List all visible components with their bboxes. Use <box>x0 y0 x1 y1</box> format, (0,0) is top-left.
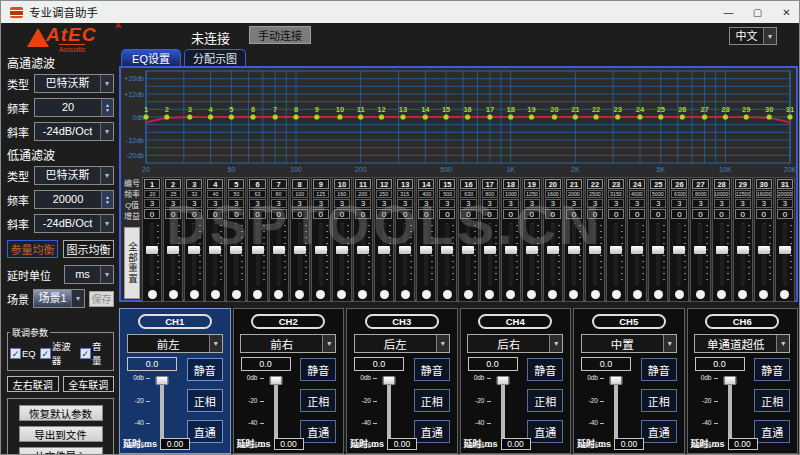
band-gain-slider[interactable] <box>692 221 708 287</box>
checkbox-filter[interactable]: ✓ <box>40 348 51 359</box>
band-q-value[interactable]: 3 <box>439 199 455 208</box>
band-gain-slider[interactable] <box>650 221 666 287</box>
hpf-slope-select[interactable]: -24dB/Oct ▾ <box>34 122 114 141</box>
band-reset-button[interactable] <box>566 288 582 300</box>
channel-id-button[interactable]: CH6 <box>705 314 779 329</box>
band-q-value[interactable]: 3 <box>629 199 645 208</box>
band-gain-value[interactable]: 0 <box>292 209 308 219</box>
band-q-value[interactable]: 3 <box>714 199 730 208</box>
band-q-value[interactable]: 3 <box>524 199 540 208</box>
band-gain-slider[interactable] <box>714 221 730 287</box>
band-q-value[interactable]: 3 <box>566 199 582 208</box>
channel-id-button[interactable]: CH4 <box>478 314 552 329</box>
band-q-value[interactable]: 3 <box>503 199 519 208</box>
band-q-value[interactable]: 3 <box>756 199 772 208</box>
through-button[interactable]: 直通 <box>414 420 450 443</box>
band-reset-button[interactable] <box>460 288 476 300</box>
phase-button[interactable]: 正相 <box>300 389 336 412</box>
through-button[interactable]: 直通 <box>527 420 563 443</box>
band-gain-slider[interactable] <box>777 221 793 287</box>
band-q-value[interactable]: 3 <box>249 199 265 208</box>
band-gain-value[interactable]: 0 <box>587 209 603 219</box>
checkbox-volume[interactable]: ✓ <box>80 348 91 359</box>
delay-input[interactable]: 0.00 <box>728 438 758 450</box>
lpf-type-select[interactable]: 巴特沃斯 ▾ <box>34 166 114 185</box>
band-reset-button[interactable] <box>397 288 413 300</box>
band-gain-slider[interactable] <box>271 221 287 287</box>
manual-connect-button[interactable]: 手动连接 <box>249 26 311 44</box>
channel-name-select[interactable]: 单通道超低▾ <box>694 334 790 353</box>
through-button[interactable]: 直通 <box>300 420 336 443</box>
band-reset-button[interactable] <box>418 288 434 300</box>
band-gain-slider[interactable] <box>629 221 645 287</box>
band-reset-button[interactable] <box>482 288 498 300</box>
band-q-value[interactable]: 3 <box>186 199 202 208</box>
phase-button[interactable]: 正相 <box>527 389 563 412</box>
band-gain-slider[interactable] <box>313 221 329 287</box>
tab-eq-settings[interactable]: EQ设置 <box>121 49 181 66</box>
mute-button[interactable]: 静音 <box>414 358 450 381</box>
band-reset-button[interactable] <box>714 288 730 300</box>
band-gain-slider[interactable] <box>186 221 202 287</box>
band-gain-value[interactable]: 0 <box>186 209 202 219</box>
band-q-value[interactable]: 3 <box>355 199 371 208</box>
band-q-value[interactable]: 3 <box>650 199 666 208</box>
band-gain-value[interactable]: 0 <box>545 209 561 219</box>
channel-name-select[interactable]: 后右▾ <box>467 334 563 353</box>
band-gain-slider[interactable] <box>355 221 371 287</box>
close-button[interactable]: ✕ <box>772 1 800 23</box>
band-gain-slider[interactable] <box>566 221 582 287</box>
band-q-value[interactable]: 3 <box>292 199 308 208</box>
band-gain-value[interactable]: 0 <box>397 209 413 219</box>
band-gain-value[interactable]: 0 <box>608 209 624 219</box>
band-gain-value[interactable]: 0 <box>566 209 582 219</box>
band-gain-value[interactable]: 0 <box>249 209 265 219</box>
band-reset-button[interactable] <box>608 288 624 300</box>
band-gain-value[interactable]: 0 <box>165 209 181 219</box>
band-reset-button[interactable] <box>735 288 751 300</box>
phase-button[interactable]: 正相 <box>187 389 223 412</box>
band-q-value[interactable]: 3 <box>692 199 708 208</box>
band-gain-value[interactable]: 0 <box>144 209 160 219</box>
band-reset-button[interactable] <box>249 288 265 300</box>
band-reset-button[interactable] <box>692 288 708 300</box>
spinner-arrows-icon[interactable]: ▲▼ <box>101 191 113 208</box>
band-reset-button[interactable] <box>207 288 223 300</box>
delay-input[interactable]: 0.00 <box>387 438 417 450</box>
band-gain-slider[interactable] <box>165 221 181 287</box>
band-reset-button[interactable] <box>503 288 519 300</box>
band-reset-button[interactable] <box>144 288 160 300</box>
band-gain-slider[interactable] <box>418 221 434 287</box>
band-q-value[interactable]: 3 <box>397 199 413 208</box>
channel-name-select[interactable]: 后左▾ <box>354 334 450 353</box>
parametric-eq-button[interactable]: 参量均衡 <box>7 240 58 258</box>
band-q-value[interactable]: 3 <box>228 199 244 208</box>
restore-defaults-button[interactable]: 恢复默认参数 <box>19 405 103 421</box>
band-q-value[interactable]: 3 <box>482 199 498 208</box>
band-gain-value[interactable]: 0 <box>355 209 371 219</box>
band-gain-value[interactable]: 0 <box>671 209 687 219</box>
spinner-arrows-icon[interactable]: ▲▼ <box>101 99 113 116</box>
band-gain-value[interactable]: 0 <box>439 209 455 219</box>
mute-button[interactable]: 静音 <box>300 358 336 381</box>
band-gain-value[interactable]: 0 <box>735 209 751 219</box>
channel-id-button[interactable]: CH3 <box>365 314 439 329</box>
band-gain-slider[interactable] <box>735 221 751 287</box>
band-reset-button[interactable] <box>271 288 287 300</box>
band-gain-value[interactable]: 0 <box>692 209 708 219</box>
band-q-value[interactable]: 3 <box>144 199 160 208</box>
band-reset-button[interactable] <box>671 288 687 300</box>
band-gain-slider[interactable] <box>249 221 265 287</box>
band-gain-value[interactable]: 0 <box>503 209 519 219</box>
band-q-value[interactable]: 3 <box>735 199 751 208</box>
band-q-value[interactable]: 3 <box>460 199 476 208</box>
band-gain-value[interactable]: 0 <box>376 209 392 219</box>
mute-button[interactable]: 静音 <box>527 358 563 381</box>
channel-panel-ch1[interactable]: CH1前左▾0.00db-20-40-60db静音正相直通延时:ms0.00 <box>119 308 231 454</box>
delay-unit-select[interactable]: ms ▾ <box>64 265 114 284</box>
tab-allocation-diagram[interactable]: 分配示图 <box>184 49 246 66</box>
band-gain-value[interactable]: 0 <box>460 209 476 219</box>
phase-button[interactable]: 正相 <box>641 389 677 412</box>
band-reset-button[interactable] <box>756 288 772 300</box>
minimize-button[interactable]: — <box>714 1 743 23</box>
